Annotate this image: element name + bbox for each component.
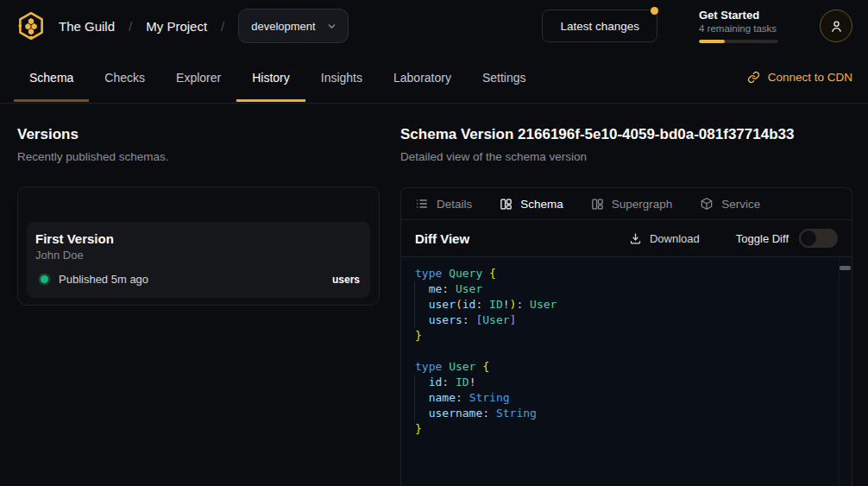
- code-line: username: String: [415, 406, 838, 421]
- tab-underline: [236, 99, 305, 102]
- detail-tab-details[interactable]: Details: [415, 197, 472, 211]
- get-started-widget[interactable]: Get Started 4 remaining tasks: [699, 9, 778, 43]
- nav-tab-settings[interactable]: Settings: [467, 52, 542, 103]
- diff-view-title: Diff View: [415, 231, 469, 246]
- environment-selector[interactable]: development: [238, 9, 349, 43]
- chevron-down-icon: [326, 21, 337, 32]
- version-status: Published 5m ago: [59, 273, 148, 286]
- versions-panel: Versions Recently published schemas. Fir…: [17, 104, 380, 486]
- columns-icon: [591, 198, 604, 211]
- hive-logo-icon[interactable]: [16, 10, 47, 41]
- code-line: [415, 344, 838, 359]
- brand-name[interactable]: The Guild: [59, 19, 115, 34]
- versions-group-card: First Version John Doe Published 5m ago …: [17, 186, 380, 306]
- nav-tab-label: Laboratory: [393, 71, 451, 85]
- versions-subtitle: Recently published schemas.: [17, 150, 380, 163]
- download-icon: [629, 232, 642, 245]
- download-label: Download: [650, 232, 700, 245]
- avatar-button[interactable]: [820, 9, 852, 42]
- code-viewer[interactable]: type Query { me: User user(id: ID!): Use…: [401, 257, 852, 486]
- columns-icon: [500, 198, 513, 211]
- main-content: Versions Recently published schemas. Fir…: [0, 104, 868, 486]
- code-scrollbar[interactable]: [839, 257, 852, 486]
- schema-version-title: Schema Version 2166196f-5e10-4059-bd0a-0…: [400, 126, 852, 143]
- nav-tab-label: Explorer: [176, 71, 221, 85]
- indent-guide: [414, 375, 415, 421]
- get-started-subtitle: 4 remaining tasks: [699, 23, 778, 34]
- notification-dot: [651, 7, 658, 15]
- detail-tab-supergraph[interactable]: Supergraph: [591, 198, 673, 211]
- connect-cdn-link[interactable]: Connect to CDN: [747, 52, 852, 103]
- code-line: }: [415, 328, 838, 344]
- breadcrumb-separator: /: [129, 19, 132, 34]
- schema-version-card: DetailsSchemaSupergraphService Diff View…: [400, 187, 852, 486]
- nav-tab-history[interactable]: History: [236, 52, 305, 103]
- detail-tab-label: Supergraph: [612, 198, 673, 211]
- nav-tab-label: History: [252, 71, 290, 85]
- version-author: John Doe: [35, 249, 360, 262]
- version-name: First Version: [35, 231, 360, 246]
- diff-header: Diff View Download Toggle Diff: [401, 220, 852, 257]
- main-nav: SchemaChecksExplorerHistoryInsightsLabor…: [0, 52, 868, 104]
- nav-tab-insights[interactable]: Insights: [305, 52, 378, 103]
- switch-knob: [801, 230, 816, 246]
- latest-changes-button[interactable]: Latest changes: [542, 9, 657, 42]
- nav-tab-label: Insights: [321, 71, 362, 85]
- scrollbar-thumb[interactable]: [840, 266, 851, 270]
- toggle-diff-label: Toggle Diff: [736, 232, 789, 245]
- top-bar: The Guild / My Project / development Lat…: [0, 0, 868, 52]
- link-icon: [747, 71, 760, 84]
- list-icon: [415, 197, 429, 211]
- code-line: type User {: [415, 359, 838, 375]
- nav-tab-label: Settings: [482, 71, 526, 85]
- indent-guide: [414, 281, 415, 328]
- code-line: name: String: [415, 390, 838, 406]
- detail-tab-schema[interactable]: Schema: [500, 198, 563, 211]
- nav-tab-schema[interactable]: Schema: [14, 52, 89, 103]
- tab-underline: [14, 99, 89, 102]
- nav-tabs: SchemaChecksExplorerHistoryInsightsLabor…: [14, 52, 542, 103]
- nav-tab-laboratory[interactable]: Laboratory: [378, 52, 467, 103]
- code-line: }: [415, 421, 838, 437]
- download-button[interactable]: Download: [629, 232, 700, 245]
- service-badge: users: [332, 274, 360, 286]
- progress-fill: [699, 40, 725, 43]
- breadcrumb-separator: /: [221, 19, 224, 34]
- nav-tab-checks[interactable]: Checks: [89, 52, 160, 103]
- get-started-progress: [699, 40, 778, 43]
- schema-version-panel: Schema Version 2166196f-5e10-4059-bd0a-0…: [400, 104, 852, 486]
- nav-tab-label: Checks: [104, 71, 145, 85]
- code-line: me: User: [415, 281, 838, 297]
- schema-version-subtitle: Detailed view of the schema version: [400, 150, 852, 163]
- nav-tab-label: Schema: [29, 71, 73, 85]
- versions-title: Versions: [17, 126, 380, 143]
- detail-tabs: DetailsSchemaSupergraphService: [401, 188, 852, 220]
- version-card[interactable]: First Version John Doe Published 5m ago …: [27, 222, 370, 298]
- latest-changes-label: Latest changes: [560, 20, 639, 33]
- detail-tab-label: Schema: [520, 198, 563, 211]
- user-icon: [829, 19, 844, 34]
- project-name[interactable]: My Project: [146, 19, 207, 34]
- nav-tab-explorer[interactable]: Explorer: [160, 52, 236, 103]
- toggle-diff-switch[interactable]: [799, 229, 838, 248]
- published-status-dot: [41, 275, 48, 283]
- detail-tab-label: Service: [721, 198, 760, 211]
- detail-tab-label: Details: [437, 198, 472, 211]
- detail-tab-service[interactable]: Service: [700, 197, 760, 211]
- code-line: type Query {: [415, 266, 838, 281]
- code-line: user(id: ID!): User: [415, 297, 838, 312]
- code-line: users: [User]: [415, 312, 838, 328]
- connect-cdn-label: Connect to CDN: [768, 71, 852, 84]
- code-line: id: ID!: [415, 375, 838, 390]
- cube-icon: [700, 197, 714, 211]
- get-started-title: Get Started: [699, 9, 778, 22]
- environment-label: development: [251, 20, 315, 33]
